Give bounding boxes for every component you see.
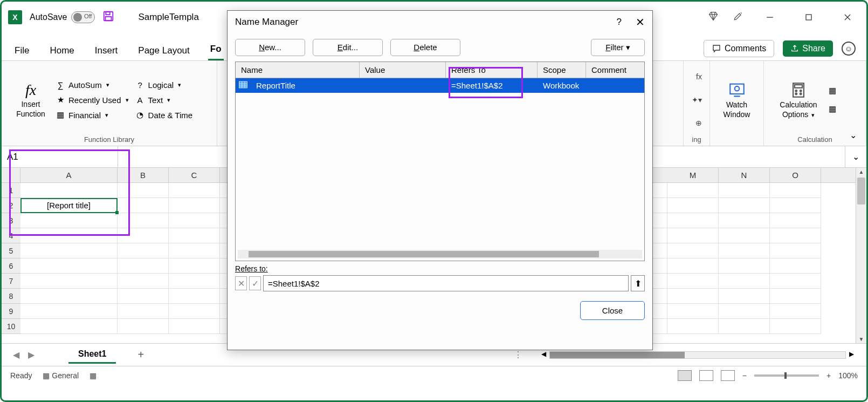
row-header[interactable]: 7	[2, 274, 20, 289]
formula-bar-expand[interactable]: ⌄	[845, 146, 866, 167]
names-list-body[interactable]	[236, 93, 644, 248]
sheet-tab-sheet1[interactable]: Sheet1	[68, 346, 116, 364]
cell[interactable]	[20, 213, 118, 228]
cell[interactable]	[770, 319, 821, 334]
autosave-toggle[interactable]: Off	[71, 11, 95, 23]
cell[interactable]	[667, 183, 719, 198]
cell[interactable]	[20, 304, 118, 319]
cell[interactable]	[169, 289, 220, 304]
cell-a2[interactable]: [Report title]	[20, 198, 118, 213]
sheet-nav-prev[interactable]: ◀	[11, 350, 21, 360]
zoom-knob[interactable]	[784, 372, 787, 379]
cell[interactable]	[719, 258, 770, 274]
names-hscroll-thumb[interactable]	[249, 251, 599, 257]
row-header[interactable]: 4	[2, 228, 20, 243]
cell[interactable]	[770, 198, 821, 213]
cell[interactable]	[169, 213, 220, 228]
name-row-reporttitle[interactable]: ReportTitle =Sheet1!$A$2 Workbook	[236, 78, 644, 93]
cell[interactable]	[118, 213, 169, 228]
cell[interactable]	[719, 274, 770, 289]
cell[interactable]	[770, 274, 821, 289]
cell[interactable]	[118, 304, 169, 319]
cell[interactable]	[169, 319, 220, 334]
cell[interactable]	[118, 319, 169, 334]
cell[interactable]	[169, 198, 220, 213]
cell[interactable]	[20, 319, 118, 334]
cell[interactable]	[20, 274, 118, 289]
scroll-thumb[interactable]	[857, 178, 865, 205]
dialog-close-x[interactable]: ✕	[636, 16, 645, 29]
row-header[interactable]: 9	[2, 304, 20, 319]
cell[interactable]	[719, 183, 770, 198]
financial-button[interactable]: ▦Financial▾	[56, 110, 129, 120]
cell[interactable]	[20, 258, 118, 274]
tab-page-layout[interactable]: Page Layout	[136, 41, 191, 60]
logical-button[interactable]: ?Logical▾	[135, 80, 193, 90]
edit-name-button[interactable]: Edit...	[313, 39, 383, 56]
col-name[interactable]: Name	[236, 62, 360, 78]
cell[interactable]	[118, 243, 169, 258]
cell[interactable]	[118, 198, 169, 213]
cell[interactable]	[667, 198, 719, 213]
dialog-title-bar[interactable]: Name Manager ? ✕	[228, 11, 652, 33]
cell[interactable]	[118, 183, 169, 198]
text-button[interactable]: AText▾	[135, 95, 193, 105]
tab-home[interactable]: Home	[47, 41, 76, 60]
col-header[interactable]: C	[169, 168, 220, 182]
cell[interactable]	[667, 243, 719, 258]
cell[interactable]	[118, 289, 169, 304]
autosum-button[interactable]: ∑AutoSum▾	[56, 80, 129, 90]
cell[interactable]	[667, 213, 719, 228]
filter-button[interactable]: Filter ▾	[591, 39, 645, 56]
refers-cancel-button[interactable]: ✕	[235, 276, 247, 290]
share-button[interactable]: Share	[783, 40, 833, 57]
sheet-nav-next[interactable]: ▶	[26, 350, 36, 360]
calc-now-icon[interactable]: ▦	[829, 86, 836, 96]
tab-split-handle[interactable]: ⋮	[514, 350, 522, 360]
refers-accept-button[interactable]: ✓	[249, 276, 261, 290]
feedback-icon[interactable]: ☺	[842, 42, 856, 56]
globe-partial-icon[interactable]: ⊕	[695, 119, 702, 127]
vertical-scrollbar[interactable]: ▲ ▼	[856, 168, 866, 343]
zoom-percent[interactable]: 100%	[838, 371, 858, 380]
select-all-corner[interactable]	[2, 168, 20, 183]
zoom-in-button[interactable]: +	[826, 371, 831, 380]
cell[interactable]	[719, 228, 770, 243]
col-header[interactable]: A	[20, 168, 118, 182]
calc-sheet-icon[interactable]: ▦	[829, 104, 836, 114]
cell[interactable]	[667, 258, 719, 274]
col-header[interactable]: B	[118, 168, 169, 182]
cell[interactable]	[770, 258, 821, 274]
tab-insert[interactable]: Insert	[93, 41, 120, 60]
cell[interactable]	[20, 228, 118, 243]
row-header[interactable]: 3	[2, 213, 20, 228]
cell[interactable]	[770, 304, 821, 319]
cell[interactable]	[169, 274, 220, 289]
recently-used-button[interactable]: ★Recently Used▾	[56, 95, 129, 105]
cell[interactable]	[169, 258, 220, 274]
cell[interactable]	[118, 274, 169, 289]
cell[interactable]	[719, 289, 770, 304]
date-time-button[interactable]: ◔Date & Time	[135, 110, 193, 120]
row-header[interactable]: 10	[2, 319, 20, 334]
col-header[interactable]: O	[770, 168, 821, 182]
col-scope[interactable]: Scope	[538, 62, 586, 78]
cell[interactable]	[770, 289, 821, 304]
collapse-ribbon-button[interactable]: ⌄	[850, 130, 857, 140]
fx-partial-icon[interactable]: fx	[696, 72, 702, 81]
autosave-control[interactable]: AutoSave Off	[30, 11, 95, 23]
dialog-help-button[interactable]: ?	[617, 17, 622, 28]
row-header[interactable]: 1	[2, 183, 20, 198]
cell[interactable]	[169, 183, 220, 198]
new-name-button[interactable]: New...	[235, 39, 305, 56]
save-button[interactable]	[102, 10, 114, 24]
view-page-layout-button[interactable]	[699, 370, 713, 381]
view-normal-button[interactable]	[678, 370, 692, 381]
scroll-right-icon[interactable]: ▶	[849, 350, 854, 358]
status-general[interactable]: ▦ General	[43, 371, 79, 380]
cell[interactable]	[169, 243, 220, 258]
maximize-button[interactable]	[796, 6, 821, 28]
scroll-left-icon[interactable]: ◀	[541, 350, 546, 358]
cell[interactable]	[719, 198, 770, 213]
zoom-slider[interactable]	[754, 374, 819, 377]
